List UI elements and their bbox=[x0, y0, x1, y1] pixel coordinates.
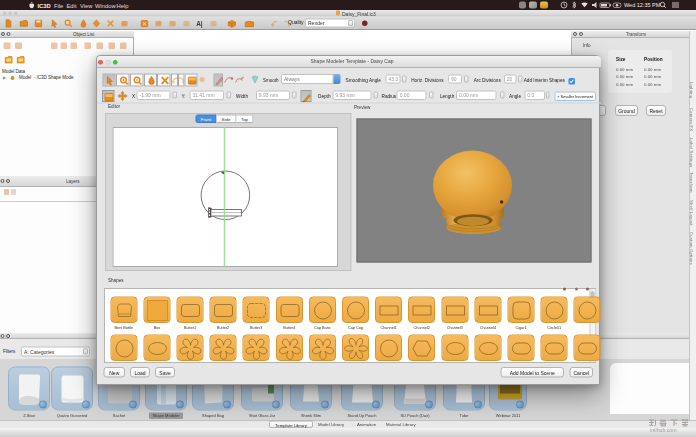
svg-text:A|: A| bbox=[196, 20, 203, 28]
svg-text:intlhub.com: intlhub.com bbox=[650, 427, 677, 433]
